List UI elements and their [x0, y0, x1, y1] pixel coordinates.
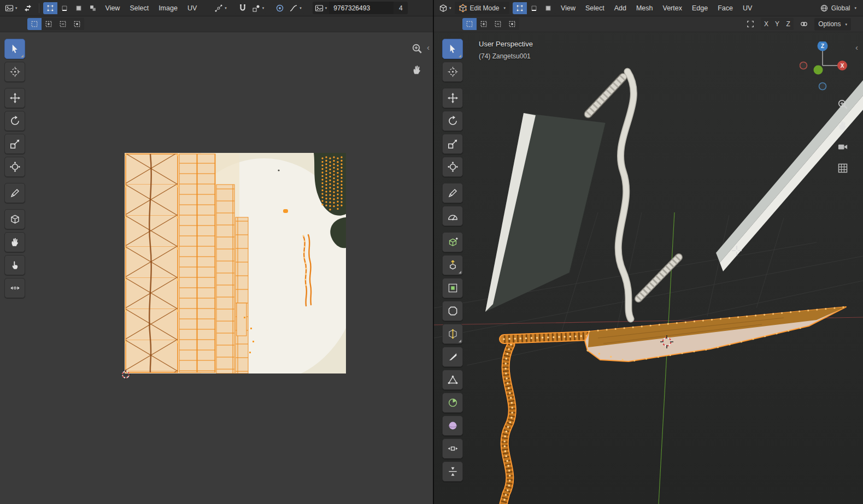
uv-menu-view[interactable]: View	[101, 2, 125, 14]
menu-uv[interactable]: UV	[738, 2, 756, 14]
navigation-axis-gizmo[interactable]: Z X	[800, 41, 848, 92]
uv-menu-uv[interactable]: UV	[183, 2, 201, 14]
orientation-label: Global	[831, 4, 850, 12]
uv-island-bricks-2[interactable]	[216, 185, 234, 373]
select-mode-new-button[interactable]	[462, 18, 477, 30]
tool-shrink-fatten[interactable]	[442, 461, 463, 482]
tool-add-cube[interactable]	[442, 232, 463, 252]
options-dropdown[interactable]: Options ▾	[814, 18, 851, 31]
cleaver-sword-mesh[interactable]	[485, 77, 623, 312]
tool-extrude-region[interactable]	[442, 255, 463, 275]
image-browse-dropdown[interactable]: ▾	[313, 2, 330, 14]
selected-sword-mesh[interactable]	[503, 307, 846, 504]
tool-poly-build[interactable]	[442, 370, 463, 390]
transform-orientation-dropdown[interactable]: Global ▾	[816, 2, 860, 14]
select-mode-extend-button[interactable]	[42, 18, 56, 30]
uv-select-island-button[interactable]	[86, 2, 100, 14]
tool-cursor[interactable]	[4, 62, 25, 82]
select-mode-intersect-button[interactable]	[70, 18, 84, 30]
image-name-field[interactable]: 9767326493	[329, 2, 394, 14]
tool-smooth[interactable]	[442, 416, 463, 436]
mirror-z-toggle[interactable]: Z	[783, 19, 794, 30]
tool-move[interactable]	[442, 88, 463, 108]
zoom-icon[interactable]	[411, 43, 423, 55]
tool-rotate[interactable]	[4, 111, 25, 131]
select-mode-new-button[interactable]	[27, 18, 42, 30]
axis-z-neg-ball[interactable]	[819, 83, 826, 90]
editor-type-button[interactable]: ▾	[437, 2, 454, 14]
mirror-x-toggle[interactable]: X	[761, 19, 772, 30]
tool-transform[interactable]	[4, 157, 25, 177]
scene-3d[interactable]	[434, 32, 863, 504]
mode-dropdown[interactable]: Edit Mode ▾	[455, 2, 510, 14]
zoom-icon[interactable]	[837, 98, 849, 110]
menu-face[interactable]: Face	[713, 2, 737, 14]
tool-spin[interactable]	[442, 393, 463, 413]
image-users-count-button[interactable]: 4	[394, 2, 408, 14]
editor-type-button[interactable]: ▾	[3, 2, 20, 14]
viewport-sidebar-toggle[interactable]: ‹	[855, 43, 858, 51]
pan-hand-icon[interactable]	[411, 64, 423, 76]
tool-transform[interactable]	[442, 157, 463, 177]
select-mode-subtract-button[interactable]	[491, 18, 505, 30]
menu-mesh[interactable]: Mesh	[632, 2, 657, 14]
edge-mode-button[interactable]	[527, 2, 541, 14]
menu-vertex[interactable]: Vertex	[659, 2, 686, 14]
proportional-editing-toggle[interactable]	[273, 2, 287, 14]
uv-select-face-button[interactable]	[72, 2, 86, 14]
snap-overlap-button[interactable]	[797, 18, 811, 30]
uv-island-bricks-3[interactable]	[236, 217, 248, 373]
select-mode-extend-button[interactable]	[477, 18, 491, 30]
uv-menu-select[interactable]: Select	[125, 2, 153, 14]
tool-select-box[interactable]	[442, 39, 463, 59]
tool-rotate[interactable]	[442, 111, 463, 131]
tool-pinch[interactable]	[4, 278, 25, 298]
tool-annotate[interactable]	[442, 183, 463, 203]
uv-sidebar-toggle[interactable]: ‹	[427, 43, 430, 51]
uv-island-lattice[interactable]	[126, 154, 178, 372]
tool-bevel[interactable]	[442, 301, 463, 321]
pan-hand-icon[interactable]	[837, 120, 849, 132]
tool-edge-slide[interactable]	[442, 438, 463, 459]
transform-corners-button[interactable]	[743, 18, 758, 30]
camera-view-icon[interactable]	[837, 141, 849, 153]
tool-cursor[interactable]	[442, 62, 463, 82]
tool-loop-cut[interactable]	[442, 324, 463, 344]
uv-texture-image[interactable]	[125, 153, 346, 373]
face-mode-button[interactable]	[541, 2, 555, 14]
uv-select-edge-button[interactable]	[57, 2, 72, 14]
cloth-sash-mesh[interactable]	[618, 72, 633, 319]
vertex-mode-button[interactable]	[513, 2, 527, 14]
select-mode-intersect-button[interactable]	[505, 18, 519, 30]
uv-sync-selection-toggle[interactable]	[21, 2, 35, 14]
select-mode-subtract-button[interactable]	[56, 18, 70, 30]
editor-divider[interactable]	[433, 0, 434, 504]
axis-x-neg-ball[interactable]	[800, 62, 807, 69]
tool-grab[interactable]	[4, 209, 25, 229]
menu-select[interactable]: Select	[581, 2, 609, 14]
tool-knife[interactable]	[442, 347, 463, 367]
pivot-point-dropdown[interactable]: ▾	[212, 2, 229, 14]
tool-annotate[interactable]	[4, 183, 25, 203]
tool-scale[interactable]	[442, 134, 463, 154]
tool-sculpt-grab[interactable]	[4, 232, 25, 252]
mirror-y-toggle[interactable]: Y	[772, 19, 783, 30]
uv-island-bricks-1[interactable]	[179, 154, 215, 372]
snap-target-dropdown[interactable]: ▾	[250, 2, 267, 14]
menu-edge[interactable]: Edge	[688, 2, 712, 14]
menu-view[interactable]: View	[556, 2, 580, 14]
tool-inset-faces[interactable]	[442, 278, 463, 298]
tool-relax[interactable]	[4, 255, 25, 275]
axis-y-ball[interactable]	[814, 66, 823, 75]
tool-select-box[interactable]	[4, 39, 25, 59]
tool-measure[interactable]	[442, 206, 463, 226]
snap-toggle[interactable]	[236, 2, 250, 14]
tool-scale[interactable]	[4, 134, 25, 154]
ortho-toggle-icon[interactable]	[837, 162, 849, 174]
uv-menu-image[interactable]: Image	[154, 2, 182, 14]
tool-move[interactable]	[4, 88, 25, 108]
island-select-icon	[89, 4, 97, 12]
menu-add[interactable]: Add	[610, 2, 631, 14]
uv-select-vertex-button[interactable]	[43, 2, 57, 14]
proportional-falloff-dropdown[interactable]: ▾	[287, 2, 304, 14]
